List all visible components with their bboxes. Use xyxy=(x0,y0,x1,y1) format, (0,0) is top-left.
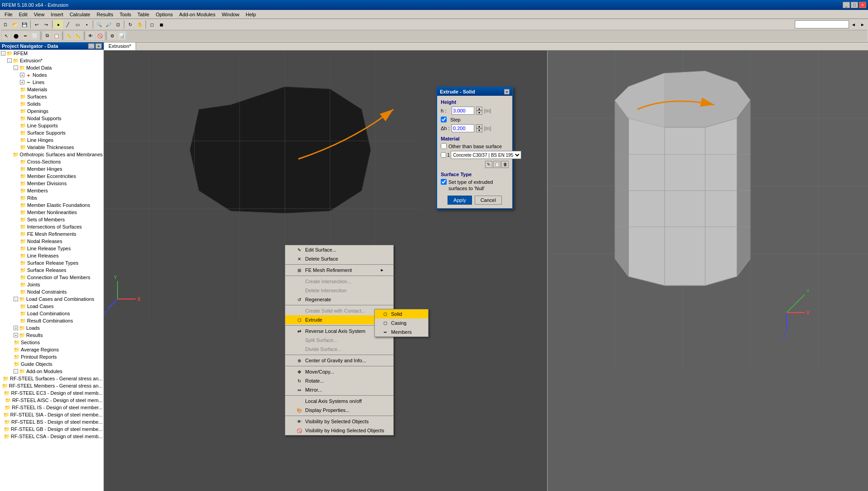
tree-item-linereleases[interactable]: 📁 Line Releases xyxy=(0,252,104,259)
mat-icon-btn-3[interactable]: 🗑 xyxy=(501,161,509,168)
viewport-canvas[interactable]: X Y Z xyxy=(104,51,868,491)
maximize-button[interactable]: □ xyxy=(851,2,858,8)
dialog-deltah-input[interactable] xyxy=(452,124,474,132)
tb-rotate[interactable]: ↻ xyxy=(126,20,135,29)
tree-item-intersections[interactable]: 📁 Intersections of Surfaces xyxy=(0,223,104,230)
tree-item-membernonlin[interactable]: 📁 Member Nonlinearities xyxy=(0,209,104,216)
tb-solid[interactable]: ▪ xyxy=(82,20,91,29)
tb2-display[interactable]: 👁 xyxy=(86,31,95,40)
tree-item-memberelastic[interactable]: 📁 Member Elastic Foundations xyxy=(0,201,104,209)
tree-item-nodalconstraints[interactable]: 📁 Nodal Constraints xyxy=(0,288,104,295)
tb2-select[interactable]: ↖ xyxy=(2,31,11,40)
tb2-line2[interactable]: ━ xyxy=(21,31,30,40)
tree-item-extrusion[interactable]: - 📁 Extrusion* xyxy=(0,57,104,64)
cancel-button[interactable]: Cancel xyxy=(475,196,502,205)
tree-item-rfsteel5[interactable]: 📁 RF-STEEL IS - Design of steel member..… xyxy=(0,404,104,411)
tb2-annotate[interactable]: 📐 xyxy=(74,31,83,40)
ctx-delete-surface[interactable]: ✕ Delete Surface xyxy=(285,254,393,263)
nav-tree[interactable]: - 📁 RFEM - 📁 Extrusion* - 📁 Model Data xyxy=(0,50,104,491)
tree-item-connectiontwomembers[interactable]: 📁 Connection of Two Members xyxy=(0,274,104,281)
tree-item-averageregions[interactable]: 📁 Average Regions xyxy=(0,346,104,353)
tree-item-rfem[interactable]: - 📁 RFEM xyxy=(0,50,104,57)
expand-addonmodules[interactable]: - xyxy=(14,369,18,374)
tree-item-joints[interactable]: 📁 Joints xyxy=(0,281,104,288)
tree-item-ribs[interactable]: 📁 Ribs xyxy=(0,194,104,201)
ctx-edit-surface[interactable]: ✎ Edit Surface... xyxy=(285,245,393,254)
tree-item-rfsteel6[interactable]: 📁 RF-STEEL SIA - Design of steel membe..… xyxy=(0,411,104,418)
tree-item-ortho[interactable]: 📁 Orthotropic Surfaces and Membranes xyxy=(0,151,104,158)
tree-item-rfsteel2[interactable]: 📁 RF-STEEL Members - General stress an..… xyxy=(0,382,104,389)
ctx-visibility-selected[interactable]: 👁 Visibility by Selected Objects xyxy=(285,417,393,426)
surface-type-checkbox[interactable] xyxy=(441,179,447,185)
tree-item-solids[interactable]: 📁 Solids xyxy=(0,100,104,108)
tb-render[interactable]: ◻ xyxy=(147,20,156,29)
expand-nodes[interactable]: + xyxy=(20,73,24,77)
tb-new[interactable]: 🗋 xyxy=(1,20,10,29)
tb2-copy[interactable]: ⧉ xyxy=(42,31,52,40)
material-select[interactable]: Concrete C30/37 | BS EN 195 xyxy=(451,151,521,159)
ctx-rotate[interactable]: ↻ Rotate... xyxy=(285,376,393,385)
tree-item-materials[interactable]: 📁 Materials xyxy=(0,86,104,93)
ctx-local-axis[interactable]: Local Axis Systems on/off xyxy=(285,397,393,406)
material-checkbox[interactable] xyxy=(441,152,446,158)
ctx-mirror[interactable]: ⇔ Mirror... xyxy=(285,385,393,394)
tree-item-rfsteel3[interactable]: 📁 RF-STEEL EC3 - Design of steel memb... xyxy=(0,389,104,397)
tb2-results2[interactable]: 📊 xyxy=(117,31,126,40)
dialog-h-input[interactable] xyxy=(452,107,474,115)
ctx-fe-mesh[interactable]: ⊞ FE Mesh Refinement ► xyxy=(285,266,393,275)
menu-insert[interactable]: Insert xyxy=(48,11,66,18)
expand-results[interactable]: + xyxy=(14,333,18,337)
tree-item-members[interactable]: 📁 Members xyxy=(0,187,104,194)
submenu-solid[interactable]: ⬡ Solid xyxy=(375,309,428,318)
tree-item-resultcombinations[interactable]: 📁 Result Combinations xyxy=(0,317,104,324)
other-material-checkbox[interactable] xyxy=(441,143,447,149)
tree-item-linesupports[interactable]: 📁 Line Supports xyxy=(0,122,104,129)
tree-item-rfsteel4[interactable]: 📁 RF-STEEL AISC - Design of steel mem... xyxy=(0,397,104,404)
tree-item-rfsteel7[interactable]: 📁 RF-STEEL BS - Design of steel membe... xyxy=(0,418,104,426)
title-bar-controls[interactable]: _ □ × xyxy=(843,2,866,8)
menu-calculate[interactable]: Calculate xyxy=(67,11,93,18)
dialog-title[interactable]: Extrude - Solid × xyxy=(437,88,512,96)
menu-table[interactable]: Table xyxy=(135,11,152,18)
tree-item-linehinges[interactable]: 📁 Line Hinges xyxy=(0,136,104,144)
tree-item-modeldata[interactable]: - 📁 Model Data xyxy=(0,64,104,71)
nav-close[interactable]: × xyxy=(95,43,102,49)
deltah-spinner-up[interactable]: ▲ xyxy=(476,124,482,128)
nav-minimize[interactable]: _ xyxy=(88,43,94,49)
ctx-regenerate[interactable]: ↺ Regenerate xyxy=(285,295,393,304)
dialog-close-button[interactable]: × xyxy=(504,89,509,94)
menu-file[interactable]: File xyxy=(2,11,15,18)
tree-item-crosssections[interactable]: 📁 Cross-Sections xyxy=(0,158,104,165)
tb-node[interactable]: ● xyxy=(54,20,63,29)
tree-item-surfacereleasetypes[interactable]: 📁 Surface Release Types xyxy=(0,259,104,267)
expand-rfem[interactable]: - xyxy=(1,51,5,56)
tree-item-sections[interactable]: 📁 Sections xyxy=(0,339,104,346)
tb2-rect[interactable]: ⬜ xyxy=(30,31,39,40)
expand-loadcases[interactable]: - xyxy=(14,297,18,301)
expand-loads[interactable]: + xyxy=(14,326,18,330)
tree-item-lines[interactable]: + ━ Lines xyxy=(0,79,104,86)
tree-item-nodes[interactable]: + ● Nodes xyxy=(0,71,104,79)
ctx-display-props[interactable]: 🎨 Display Properties... xyxy=(285,406,393,415)
submenu-casing[interactable]: ⬡ Casing xyxy=(375,318,428,327)
tb-pan[interactable]: ✋ xyxy=(135,20,144,29)
tree-item-membereccentricities[interactable]: 📁 Member Eccentricities xyxy=(0,173,104,180)
tree-item-loadcases[interactable]: 📁 Load Cases xyxy=(0,303,104,310)
menu-results[interactable]: Results xyxy=(94,11,116,18)
mat-icon-btn-1[interactable]: ✎ xyxy=(485,161,492,168)
mat-icon-btn-2[interactable]: 📋 xyxy=(493,161,500,168)
tree-item-setsofmembers[interactable]: 📁 Sets of Members xyxy=(0,216,104,223)
tree-item-rfsteel9[interactable]: 📁 RF-STEEL CSA - Design of steel memb... xyxy=(0,433,104,440)
tree-item-varthick[interactable]: 📁 Variable Thicknesses xyxy=(0,144,104,151)
tree-item-memberdivisions[interactable]: 📁 Member Divisions xyxy=(0,180,104,187)
tree-item-femesh[interactable]: 📁 FE Mesh Refinements xyxy=(0,230,104,238)
tb-open[interactable]: 📂 xyxy=(10,20,19,29)
tb2-paste[interactable]: 📋 xyxy=(52,31,61,40)
tree-item-surfacesupports[interactable]: 📁 Surface Supports xyxy=(0,129,104,136)
tb-save[interactable]: 💾 xyxy=(20,20,29,29)
viewport-tab-extrusion[interactable]: Extrusion* xyxy=(104,42,136,50)
tree-item-rfsteel1[interactable]: 📁 RF-STEEL Surfaces - General stress an.… xyxy=(0,375,104,382)
tb-redo[interactable]: ↪ xyxy=(42,20,51,29)
tree-item-linereleasetypes[interactable]: 📁 Line Release Types xyxy=(0,245,104,252)
tree-item-printoutreports[interactable]: 📁 Printout Reports xyxy=(0,353,104,360)
